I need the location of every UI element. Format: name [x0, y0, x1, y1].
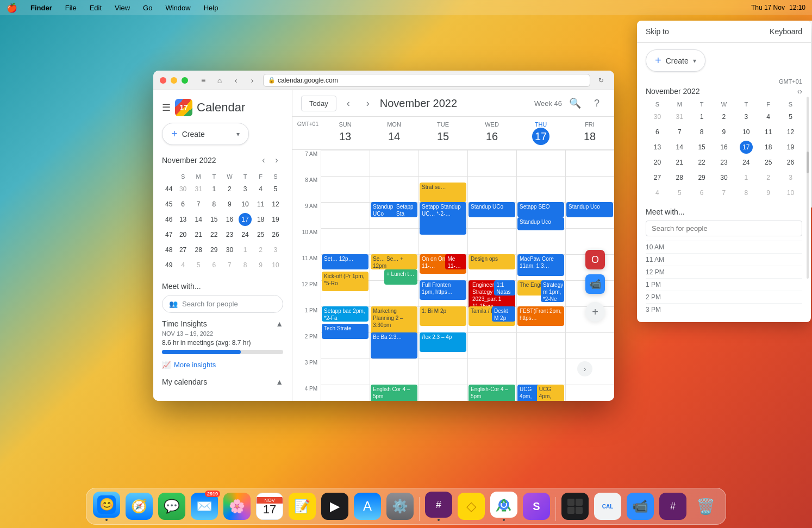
panel-cal-day[interactable]: 24: [740, 156, 753, 169]
event-ucg2-thu[interactable]: UCG 4pm,: [537, 385, 564, 401]
panel-cal-day[interactable]: 18: [762, 141, 775, 154]
next-week-button[interactable]: ›: [360, 96, 376, 111]
panel-cal-day[interactable]: 2: [717, 110, 730, 123]
panel-cal-day[interactable]: 9: [717, 125, 730, 139]
panel-cal-day[interactable]: 3: [784, 171, 797, 184]
dock-slack[interactable]: #: [424, 492, 453, 521]
mini-cal-day[interactable]: 31: [192, 183, 205, 196]
mini-cal-day[interactable]: 14: [192, 213, 205, 226]
panel-cal-day[interactable]: 4: [651, 186, 664, 199]
event-setapp-sun[interactable]: Set… 12p…: [322, 254, 368, 269]
panel-cal-day[interactable]: 6: [695, 186, 708, 199]
event-bi-tue[interactable]: 1: Bi M 2p: [420, 306, 466, 326]
search-people-input[interactable]: 👥 Search for people: [162, 295, 283, 313]
panel-cal-day[interactable]: 13: [651, 141, 664, 154]
panel-cal-day[interactable]: 12: [784, 125, 797, 139]
mini-cal-day[interactable]: 4: [177, 259, 190, 272]
cal-grid-container[interactable]: GMT+01 SUN 13 MON 14 TUE 15 WED: [292, 117, 614, 401]
panel-cal-day[interactable]: 31: [673, 110, 686, 123]
event-standup-wed[interactable]: Standup UCo: [469, 202, 515, 217]
panel-cal-day[interactable]: 26: [784, 156, 797, 169]
event-setapp-back-sun[interactable]: Setapp bac 2pm, *2-Fa: [322, 306, 368, 322]
mini-cal-day[interactable]: 20: [177, 228, 190, 241]
event-lek-tue[interactable]: Лек 2:3 – 4p: [420, 332, 466, 352]
event-english-mon[interactable]: English Cor 4 – 5pm: [371, 385, 417, 401]
mini-cal-prev[interactable]: ‹: [257, 154, 270, 167]
event-standup-fri[interactable]: Standup Uco: [566, 202, 613, 217]
mini-cal-day[interactable]: 2: [254, 243, 267, 256]
mini-cal-day[interactable]: 23: [223, 228, 236, 241]
mini-cal-day[interactable]: 30: [177, 183, 190, 196]
event-desktop-wed[interactable]: Deskt M 2p: [492, 306, 515, 322]
mini-cal-day[interactable]: 11: [254, 198, 267, 211]
dock-notes[interactable]: 📝: [288, 492, 317, 521]
event-setapp-tue[interactable]: Setapp Standup UC… *-2-…: [420, 202, 466, 235]
mini-cal-day[interactable]: 16: [223, 213, 236, 226]
event-strategy-thu[interactable]: Strategy m 1pm, *2-Ne: [541, 280, 564, 302]
event-11-wed[interactable]: 1:1 Natas 1pm, Thu: [494, 280, 515, 296]
panel-cal-day[interactable]: 14: [673, 141, 686, 154]
mini-cal-day[interactable]: 17: [239, 213, 252, 226]
panel-cal-day[interactable]: 7: [673, 125, 686, 139]
panel-cal-day[interactable]: 17: [740, 141, 753, 154]
panel-cal-day[interactable]: 8: [740, 186, 753, 199]
panel-cal-day[interactable]: 10: [740, 125, 753, 139]
panel-cal-day[interactable]: 10: [784, 186, 797, 199]
mini-cal-day[interactable]: 29: [208, 243, 221, 256]
panel-cal-day[interactable]: 23: [717, 156, 730, 169]
apple-menu[interactable]: 🍎: [7, 3, 17, 13]
dock-calendar[interactable]: NOV 17: [255, 492, 284, 521]
mini-cal-day[interactable]: 8: [208, 198, 221, 211]
mini-cal-day[interactable]: 8: [239, 259, 252, 272]
time-insights-collapse[interactable]: ▲: [276, 319, 283, 328]
mini-cal-day[interactable]: 3: [239, 183, 252, 196]
event-bc-mon[interactable]: Bc Ba 2:3…: [371, 332, 417, 359]
mini-cal-day[interactable]: 5: [192, 259, 205, 272]
menu-help[interactable]: Help: [202, 3, 221, 13]
dock-chrome[interactable]: [489, 492, 519, 521]
panel-cal-day[interactable]: 19: [784, 141, 797, 154]
forward-button[interactable]: ›: [246, 74, 259, 87]
mini-cal-day[interactable]: 22: [208, 228, 221, 241]
panel-cal-day[interactable]: 15: [695, 141, 708, 154]
address-bar[interactable]: 🔒 calendar.google.com: [263, 74, 590, 87]
event-on-mon[interactable]: Se… Se… + 12pm: [371, 254, 417, 269]
panel-keyboard-label[interactable]: Keyboard: [770, 27, 802, 36]
plus-icon-float[interactable]: +: [585, 302, 605, 322]
mini-cal-day[interactable]: 1: [239, 243, 252, 256]
prev-week-button[interactable]: ‹: [341, 96, 356, 111]
mini-cal-day[interactable]: 1: [208, 183, 221, 196]
event-setapp-mon[interactable]: Setapp Sta: [394, 202, 417, 217]
dock-safari[interactable]: 🧭: [124, 492, 154, 521]
mini-cal-day[interactable]: 7: [192, 198, 205, 211]
panel-cal-day[interactable]: 9: [762, 186, 775, 199]
panel-cal-day[interactable]: 11: [762, 125, 775, 139]
event-me-tue[interactable]: Me 11-…: [445, 254, 466, 269]
mini-cal-day[interactable]: 2: [223, 183, 236, 196]
dock-settings[interactable]: ⚙️: [385, 492, 415, 521]
panel-create-button[interactable]: + Create ▾: [646, 49, 705, 72]
panel-cal-day[interactable]: 5: [673, 186, 686, 199]
sidebar-toggle-icon[interactable]: ≡: [197, 74, 210, 87]
menu-go[interactable]: Go: [141, 3, 154, 13]
dock-sketch[interactable]: ◇: [457, 492, 486, 521]
panel-cal-day[interactable]: 4: [762, 110, 775, 123]
panel-scrollbar[interactable]: [807, 97, 809, 279]
panel-cal-day[interactable]: 7: [717, 186, 730, 199]
event-strat-tue[interactable]: Strat se…: [420, 183, 466, 202]
more-insights-button[interactable]: 📈 More insights: [162, 359, 216, 371]
hamburger-menu[interactable]: ☰: [162, 102, 171, 114]
search-button[interactable]: 🔍: [566, 95, 584, 112]
create-button[interactable]: + Create ▾: [162, 123, 249, 145]
mini-cal-day[interactable]: 12: [269, 198, 282, 211]
mini-cal-day[interactable]: 18: [254, 213, 267, 226]
event-fullfrontend-tue[interactable]: Full Fronten 1pm, https…: [420, 280, 466, 300]
mini-cal-day[interactable]: 25: [254, 228, 267, 241]
panel-cal-day[interactable]: 16: [717, 141, 730, 154]
back-button[interactable]: ‹: [229, 74, 242, 87]
panel-cal-day[interactable]: 28: [673, 171, 686, 184]
panel-cal-day[interactable]: 22: [695, 156, 708, 169]
mini-cal-day[interactable]: 9: [223, 198, 236, 211]
mini-cal-day[interactable]: 21: [192, 228, 205, 241]
event-setapp-seo-thu[interactable]: Setapp SEO: [517, 202, 564, 217]
